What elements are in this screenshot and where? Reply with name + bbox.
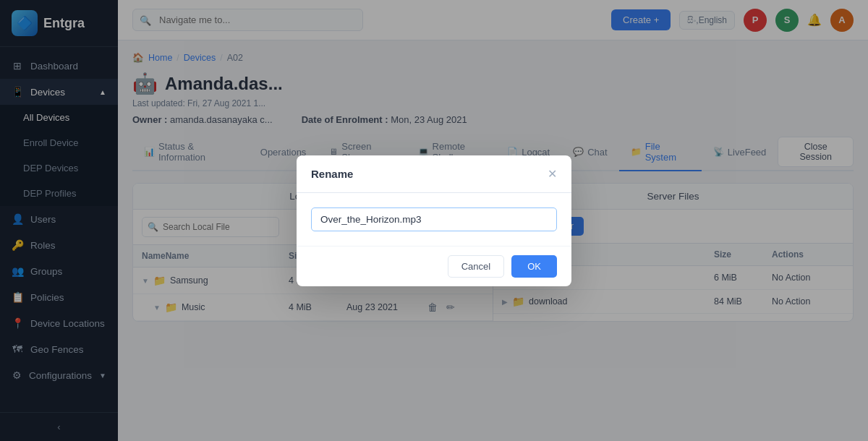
modal-title: Rename (311, 168, 353, 180)
rename-modal: Rename ✕ Cancel OK (297, 155, 571, 286)
modal-close-button[interactable]: ✕ (548, 167, 557, 181)
ok-button[interactable]: OK (511, 255, 557, 278)
modal-overlay[interactable]: Rename ✕ Cancel OK (0, 0, 868, 441)
modal-footer: Cancel OK (297, 246, 571, 286)
modal-header: Rename ✕ (297, 155, 571, 193)
modal-body (297, 193, 571, 246)
cancel-button[interactable]: Cancel (448, 255, 504, 278)
rename-input[interactable] (311, 207, 557, 231)
